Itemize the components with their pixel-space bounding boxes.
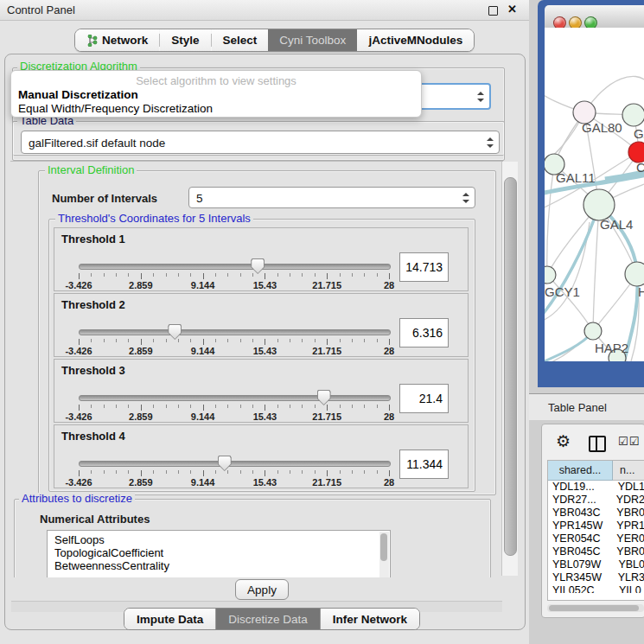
tab-infer-network[interactable]: Infer Network [321,609,419,629]
attribute-list-item[interactable]: SelfLoops [48,533,390,546]
table-row[interactable]: YER054C YER0 [548,532,644,545]
screen: Control Panel ✕ Network Style Select Cyn… [0,0,644,644]
network-graph[interactable] [545,28,644,361]
cell-name[interactable]: YDL1 [612,481,644,494]
tick-label: 21.715 [312,346,341,356]
threshold-2-slider[interactable]: -3.4262.8599.14415.4321.71528 [79,325,389,356]
close-icon[interactable]: ✕ [507,3,517,16]
cell-shared-name[interactable]: YER054C [548,532,610,545]
table-row[interactable]: YBR045C YBR0 [548,545,644,558]
cell-name[interactable]: YLR3 [612,571,644,584]
settings-scroll-viewport: Interval Definition Number of Intervals … [10,161,503,577]
table-scrollbar-thumb[interactable] [549,605,639,611]
tab-style[interactable]: Style [160,29,210,51]
column-header-shared-name[interactable]: shared... [548,461,613,481]
tick-label: 28 [384,280,394,290]
threshold-3-slider[interactable]: -3.4262.8599.14415.4321.71528 [79,391,389,422]
table-row[interactable]: YBL079W YBL0 [548,558,644,571]
threshold-2-value[interactable]: 6.316 [399,318,449,348]
threshold-panel-2: Threshold 2 -3.4262.8599.14415.4321.7152… [54,293,469,357]
cell-shared-name[interactable]: YIL052C [548,584,613,593]
cell-shared-name[interactable]: YPR145W [548,520,610,532]
table-data-combobox[interactable]: galFiltered.sif default node [21,131,500,154]
threshold-2-label: Threshold 2 [61,298,125,311]
cell-name[interactable]: YPR1 [610,520,644,532]
table-row[interactable]: YDL19... YDL1 [548,481,644,494]
column-header-name[interactable]: n... [613,461,644,481]
attributes-scrollbar[interactable] [379,532,389,577]
select-columns-icon[interactable]: ☑☑ [618,435,640,448]
slider-track[interactable] [79,461,391,467]
algorithm-option-manual[interactable]: Manual Discretization [18,88,138,101]
slider-track[interactable] [79,264,391,270]
network-canvas[interactable] [545,28,644,361]
algorithm-option-equal-width[interactable]: Equal Width/Frequency Discretization [18,102,213,115]
cell-name[interactable]: YBR0 [610,507,644,520]
cell-name[interactable]: YER0 [610,532,644,545]
slider-thumb[interactable] [218,456,232,471]
slider-scale: -3.4262.8599.14415.4321.71528 [79,346,389,356]
node-label-partial-ga: GA [634,126,644,141]
table-horizontal-scrollbar[interactable] [547,604,644,612]
tab-cyni-toolbox[interactable]: Cyni Toolbox [268,29,357,51]
tab-impute-data[interactable]: Impute Data [124,609,216,629]
tab-network[interactable]: Network [75,29,159,51]
algorithm-dropdown-popup: Select algorithm to view settings Manual… [10,70,422,118]
attribute-list-item[interactable]: TopologicalCoefficient [48,546,390,559]
numerical-attributes-list[interactable]: SelfLoopsTopologicalCoefficientBetweenne… [47,530,391,577]
threshold-3-value[interactable]: 21.4 [399,384,449,413]
table-row[interactable]: YDR27... YDR2 [548,494,644,507]
slider-thumb[interactable] [251,258,265,274]
node-attribute-table: shared... n... YDL19... YDL1 YDR27... YD… [547,460,644,601]
tab-select[interactable]: Select [212,29,269,51]
apply-button[interactable]: Apply [235,579,289,600]
columns-icon[interactable] [589,436,606,452]
threshold-1-value[interactable]: 14.713 [399,252,449,282]
table-panel-card: ⚙ ☑☑ shared... n... YDL19... YDL1 YDR27.… [541,424,644,618]
cell-shared-name[interactable]: YLR345W [548,571,612,584]
tick-label: 9.144 [191,280,215,290]
table-panel-titlebar: Table Panel [529,393,644,420]
settings-scrollbar[interactable] [501,162,518,576]
tab-cyni-toolbox-label: Cyni Toolbox [279,34,346,47]
attribute-list-item[interactable]: BetweennessCentrality [48,559,390,572]
window-title: Control Panel [7,3,75,16]
table-row[interactable]: YPR145W YPR1 [548,520,644,532]
threshold-3-label: Threshold 3 [61,364,125,377]
threshold-1-label: Threshold 1 [61,233,125,245]
cell-name[interactable]: YIL0 [613,584,644,593]
number-of-intervals-combobox[interactable]: 5 [188,187,475,208]
tab-style-label: Style [171,34,199,47]
cell-name[interactable]: YBR0 [610,545,644,558]
tick-label: 15.43 [253,280,277,290]
cell-shared-name[interactable]: YBR045C [548,545,610,558]
cell-name[interactable]: YBL0 [612,558,644,571]
threshold-4-value[interactable]: 11.344 [399,450,449,479]
control-panel-window: Control Panel ✕ Network Style Select Cyn… [0,0,530,644]
cell-shared-name[interactable]: YDR27... [548,494,610,507]
slider-thumb[interactable] [317,390,331,405]
network-icon [86,35,98,47]
threshold-1-slider[interactable]: -3.4262.8599.14415.4321.71528 [79,259,389,290]
float-window-icon[interactable] [488,6,498,16]
threshold-4-slider[interactable]: -3.4262.8599.14415.4321.71528 [79,456,389,488]
settings-scrollbar-thumb[interactable] [504,177,517,556]
gear-icon[interactable]: ⚙ [556,433,571,450]
tab-discretize-data[interactable]: Discretize Data [216,609,321,629]
slider-track[interactable] [79,329,391,335]
cell-shared-name[interactable]: YBR043C [548,507,610,520]
table-row[interactable]: YIL052C YIL0 [548,584,644,593]
cell-name[interactable]: YDR2 [610,494,644,507]
tab-jactivemnodules[interactable]: jActiveMNodules [357,29,474,51]
slider-major-ticks [79,273,390,279]
cell-shared-name[interactable]: YDL19... [548,481,612,494]
attributes-scrollbar-thumb[interactable] [380,533,387,561]
node-label-hap2: HAP2 [595,341,628,355]
cell-shared-name[interactable]: YBL079W [548,558,612,571]
table-row[interactable]: YLR345W YLR3 [548,571,644,584]
slider-track[interactable] [79,395,391,401]
table-row[interactable]: YBR043C YBR0 [548,507,644,520]
tab-discretize-data-label: Discretize Data [228,613,308,626]
node-label-partial-h: H [638,284,644,299]
slider-thumb[interactable] [168,324,182,340]
